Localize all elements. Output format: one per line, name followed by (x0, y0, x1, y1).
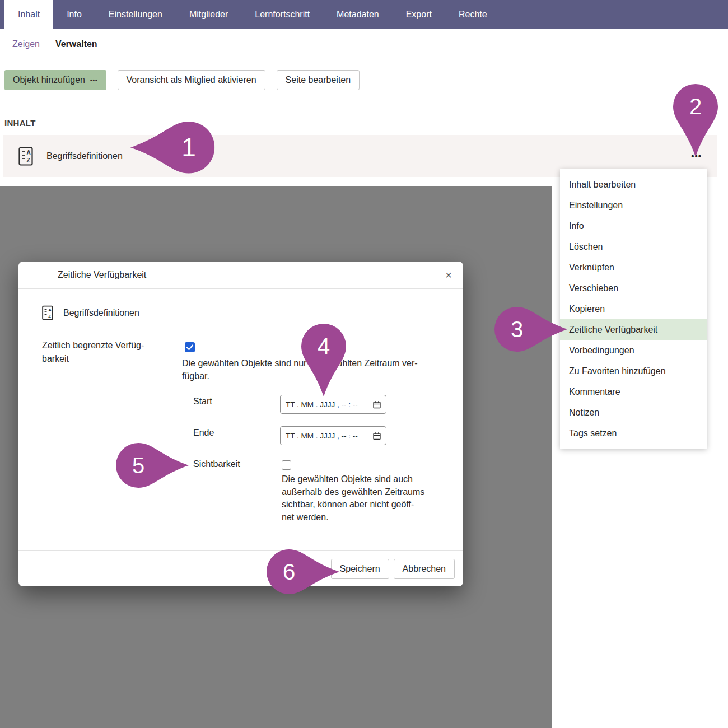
visibility-checkbox[interactable] (282, 460, 291, 470)
tab-mitglieder[interactable]: Mitglieder (176, 0, 241, 29)
menu-item-inhalt-bearbeiten[interactable]: Inhalt bearbeiten (560, 174, 707, 195)
tab-export[interactable]: Export (393, 0, 445, 29)
content-item-title[interactable]: Begriffsdefinitionen (46, 151, 123, 161)
menu-item-zeitliche-verfuegbarkeit[interactable]: Zeitliche Verfügbarkeit (560, 319, 707, 340)
item-actions-button[interactable]: ••• (691, 151, 702, 161)
visibility-help-text: Die gewählten Objekte sind auch außerhal… (282, 473, 450, 524)
limited-availability-label: Zeitlich begrenzte Verfüg- barkeit (42, 339, 165, 366)
end-date-placeholder: TT . MM . JJJJ , -- : -- (286, 432, 358, 440)
start-date-placeholder: TT . MM . JJJJ , -- : -- (286, 400, 358, 409)
sub-navigation: Zeigen Verwalten (0, 29, 728, 59)
end-date-input[interactable]: TT . MM . JJJJ , -- : -- (280, 426, 386, 445)
end-label: Ende (193, 428, 214, 438)
svg-text:A: A (48, 307, 52, 312)
menu-item-einstellungen[interactable]: Einstellungen (560, 195, 707, 216)
cancel-button[interactable]: Abbrechen (394, 559, 455, 579)
start-label: Start (193, 396, 212, 407)
tab-info[interactable]: Info (53, 0, 95, 29)
modal-title: Zeitliche Verfügbarkeit (58, 270, 146, 280)
tab-metadaten[interactable]: Metadaten (323, 0, 393, 29)
tab-rechte[interactable]: Rechte (445, 0, 501, 29)
svg-text:A: A (27, 150, 31, 156)
modal-object-row: A Z Begriffsdefinitionen (42, 305, 139, 320)
tab-einstellungen[interactable]: Einstellungen (95, 0, 176, 29)
tab-lernfortschritt[interactable]: Lernfortschritt (241, 0, 323, 29)
save-button[interactable]: Speichern (331, 559, 389, 579)
start-date-input[interactable]: TT . MM . JJJJ , -- : -- (280, 395, 386, 414)
visibility-label: Sichtbarkeit (193, 459, 240, 469)
toolbar: Objekt hinzufügen ••• Voransicht als Mit… (4, 70, 360, 90)
top-navigation: Inhalt Info Einstellungen Mitglieder Ler… (0, 0, 728, 29)
calendar-icon[interactable] (373, 400, 381, 409)
availability-modal: Zeitliche Verfügbarkeit × A Z Begriffsde… (18, 262, 463, 586)
glossary-icon: A Z (42, 305, 53, 320)
limited-availability-help-text: Die gewählten Objekte sind nur im gewähl… (182, 357, 418, 382)
glossary-icon: A Z (18, 147, 33, 166)
preview-as-member-button[interactable]: Voransicht als Mitglied aktivieren (118, 70, 265, 90)
edit-page-button[interactable]: Seite bearbeiten (277, 70, 360, 90)
modal-object-title: Begriffsdefinitionen (63, 308, 139, 318)
tab-inhalt[interactable]: Inhalt (4, 0, 53, 29)
menu-item-tags-setzen[interactable]: Tags setzen (560, 423, 707, 444)
subtab-zeigen[interactable]: Zeigen (12, 39, 40, 49)
context-menu: Inhalt bearbeiten Einstellungen Info Lös… (560, 169, 707, 449)
close-icon[interactable]: × (445, 269, 452, 281)
limited-availability-checkbox[interactable] (185, 342, 195, 352)
svg-text:Z: Z (27, 157, 30, 164)
add-object-label: Objekt hinzufügen (13, 75, 85, 85)
subtab-verwalten[interactable]: Verwalten (55, 39, 97, 49)
content-section-heading: INHALT (4, 118, 36, 128)
menu-item-vorbedingungen[interactable]: Vorbedingungen (560, 340, 707, 361)
modal-header: Zeitliche Verfügbarkeit × (18, 262, 463, 289)
menu-item-zu-favoriten[interactable]: Zu Favoriten hinzufügen (560, 361, 707, 381)
menu-item-kommentare[interactable]: Kommentare (560, 381, 707, 402)
menu-item-loeschen[interactable]: Löschen (560, 236, 707, 257)
svg-text:Z: Z (48, 314, 51, 319)
menu-item-verknuepfen[interactable]: Verknüpfen (560, 257, 707, 278)
more-options-icon: ••• (90, 77, 98, 83)
menu-item-verschieben[interactable]: Verschieben (560, 278, 707, 298)
calendar-icon[interactable] (373, 432, 381, 440)
marker-number: 2 (689, 94, 702, 119)
modal-footer: Speichern Abbrechen (18, 550, 463, 586)
menu-item-info[interactable]: Info (560, 216, 707, 236)
menu-item-notizen[interactable]: Notizen (560, 402, 707, 423)
menu-item-kopieren[interactable]: Kopieren (560, 298, 707, 319)
add-object-button[interactable]: Objekt hinzufügen ••• (4, 70, 106, 90)
